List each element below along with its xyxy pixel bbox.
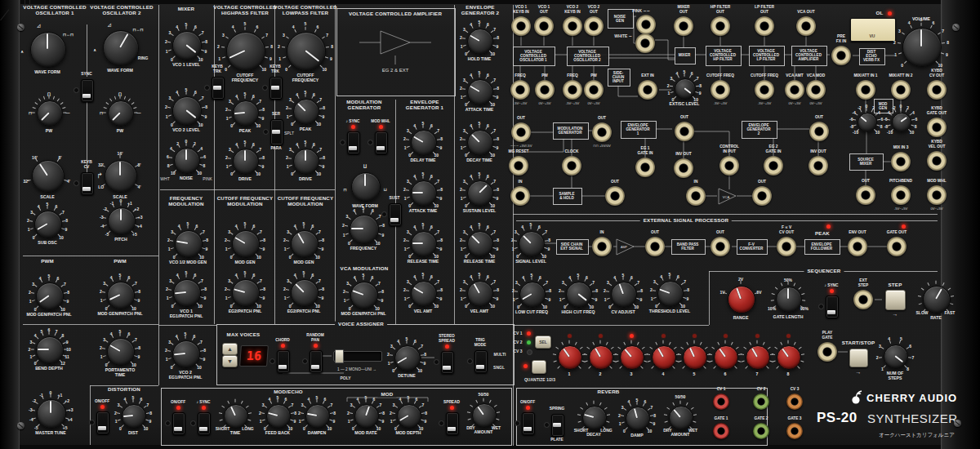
hpf-modgen-knob-scale-4: 4 <box>235 224 238 229</box>
modecho-onoff-switch[interactable] <box>172 412 185 435</box>
gate2-out-jack[interactable] <box>753 423 769 439</box>
ext-in-jack[interactable] <box>638 80 657 100</box>
vco2-scale-knob-scale-2: 16' <box>118 151 123 156</box>
eg2-gate-in-jack[interactable] <box>764 156 783 176</box>
vco1-pw-jack[interactable] <box>535 80 555 100</box>
cv3-out-jack[interactable] <box>786 393 803 410</box>
vca-out-jack[interactable] <box>796 16 816 36</box>
fv-cv-out-jack[interactable] <box>777 237 796 256</box>
reverb-title: REVERB <box>595 389 623 395</box>
lp-filter-out-jack[interactable] <box>755 16 774 36</box>
osc-sync-switch[interactable] <box>81 79 94 102</box>
vco2-waveform-knob[interactable] <box>103 30 139 66</box>
kybd-cv-out-jack[interactable] <box>927 80 947 100</box>
clock-jack[interactable] <box>562 156 581 176</box>
mix-att1-knob-scale-0: -10 <box>853 130 858 135</box>
step-button[interactable] <box>885 290 906 310</box>
mix-att2-knob-scale-2: -6 <box>884 117 887 122</box>
pitchbend-jack[interactable] <box>891 185 911 205</box>
mod-whl-jack[interactable] <box>927 185 947 205</box>
lpf-cutoff-cv-jack[interactable] <box>755 80 774 100</box>
spring-plate-switch-bottom-label: PLATE <box>532 438 581 442</box>
ext-step-jack[interactable] <box>853 290 873 309</box>
vco1-scale-knob[interactable] <box>32 160 65 193</box>
vca-mod-knob-scale-4: 4 <box>354 275 356 280</box>
vca-in-jack[interactable] <box>686 186 706 206</box>
sh-out-jack[interactable] <box>605 186 625 206</box>
random-pan-switch[interactable] <box>310 350 323 373</box>
mg-sust-switch[interactable] <box>389 203 402 226</box>
vco2-freq-jack[interactable] <box>563 80 582 100</box>
gate3-out-jack[interactable] <box>786 423 803 439</box>
gate-length-knob[interactable] <box>776 287 802 313</box>
mg-out-jack[interactable] <box>511 122 531 142</box>
kybd-vel-out-jack[interactable] <box>927 151 947 171</box>
pink-noise-jack[interactable] <box>636 15 656 34</box>
env-out-jack[interactable] <box>848 237 867 256</box>
mg-frequency-knob-scale-7: 7 <box>379 214 381 219</box>
control-input-jack[interactable] <box>719 156 739 176</box>
eg1-gate-in-jack[interactable] <box>635 158 655 177</box>
play-gate-jack[interactable] <box>817 342 837 362</box>
chord-switch[interactable] <box>277 350 290 373</box>
vca-mod-jack[interactable] <box>806 80 826 100</box>
lpf-eg2-knob-scale-4: 4 <box>294 273 296 278</box>
white-noise-jack[interactable] <box>635 33 655 53</box>
mg-pulse-out-jack[interactable] <box>592 122 612 142</box>
lpf-peak-knob-scale-8: 8 <box>323 105 325 110</box>
seq-sync-switch[interactable] <box>826 296 839 318</box>
vco1-out-jack[interactable] <box>534 16 554 36</box>
cv2-out-jack[interactable] <box>753 393 769 410</box>
sh-in-jack[interactable] <box>510 186 530 206</box>
pre-fx-in-jack[interactable] <box>831 46 851 65</box>
trig-mode-switch[interactable] <box>474 350 488 373</box>
start-stop-button[interactable] <box>849 349 868 367</box>
mg-sync-switch[interactable] <box>347 131 360 154</box>
keyb-cv-switch[interactable] <box>81 172 94 195</box>
eg1-inv-out-jack[interactable] <box>674 158 693 178</box>
bpf-out-jack[interactable] <box>710 237 730 256</box>
vco2-keyb-in-jack[interactable] <box>563 16 582 36</box>
cv1-out-jack[interactable] <box>713 393 729 410</box>
vco1-pw-knob[interactable] <box>37 100 63 127</box>
hpf-cutoff-cv-jack[interactable] <box>710 80 730 100</box>
eg1-release-knob-scale-9: 9 <box>439 247 442 251</box>
ext-sc-out-jack[interactable] <box>675 122 694 141</box>
max-voices-up-button[interactable]: ▲ <box>222 343 238 355</box>
divider-line <box>214 5 215 324</box>
eg2-out-jack[interactable] <box>809 122 829 141</box>
source-mixer-out-jack[interactable] <box>856 185 875 205</box>
vco1-waveform-knob[interactable] <box>30 32 66 68</box>
voices-slider-handle[interactable] <box>335 349 344 363</box>
vco1-freq-jack[interactable] <box>510 80 530 100</box>
range-knob[interactable] <box>728 286 755 313</box>
volume-knob-scale-3: 3 <box>898 29 901 33</box>
esp-amp-out-jack[interactable] <box>645 237 665 256</box>
knob-tick <box>663 340 664 344</box>
sel-button[interactable]: SEL <box>535 336 551 349</box>
vco2-pw-jack[interactable] <box>584 80 604 100</box>
esp-in-jack[interactable] <box>592 237 612 256</box>
mix-att-in2-jack[interactable] <box>891 80 911 100</box>
mg-modwhl-switch[interactable] <box>375 131 388 154</box>
pitch-knob-scale-3: -2 <box>103 207 106 211</box>
mg-reset-jack[interactable] <box>509 156 528 176</box>
reverb-onoff-switch[interactable] <box>522 412 535 435</box>
vco1-keyb-in-jack[interactable] <box>511 16 531 36</box>
vco2-out-jack[interactable] <box>584 16 604 36</box>
mix-att-in1-jack[interactable] <box>856 80 875 100</box>
vco2-pw-knob[interactable] <box>108 100 134 127</box>
stereo-spread-switch[interactable] <box>441 351 454 374</box>
eg2-velamt-knob-scale-6: 6 <box>487 274 489 279</box>
gate1-out-jack[interactable] <box>713 423 729 439</box>
vca-amt-jack[interactable] <box>785 80 804 100</box>
eg2-inv-out-jack[interactable] <box>808 156 828 176</box>
max-voices-down-button[interactable]: ▼ <box>222 355 238 367</box>
vca-line-out-jack[interactable] <box>752 186 772 206</box>
esp-gate-out-jack[interactable] <box>887 237 906 256</box>
mix-in3-jack[interactable] <box>891 152 911 171</box>
modecho-onoff-switch-lever <box>174 427 182 431</box>
hp-filter-out-jack[interactable] <box>710 16 730 36</box>
kybd-gate-out-jack[interactable] <box>927 118 947 137</box>
mixer-out-jack[interactable] <box>674 16 693 36</box>
